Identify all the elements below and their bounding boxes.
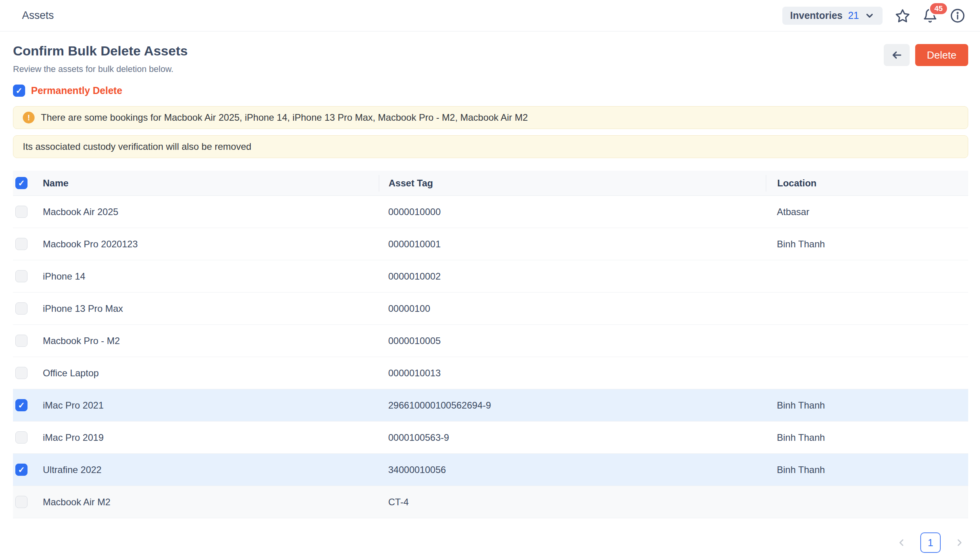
asset-location: Binh Thanh: [766, 464, 968, 475]
page-number-button[interactable]: 1: [920, 532, 941, 553]
check-icon: ✓: [18, 401, 25, 409]
row-checkbox[interactable]: ✓: [15, 399, 28, 411]
asset-tag: 0000010002: [379, 271, 766, 282]
table-row[interactable]: ✓ Macbook Air 2025 0000010000 Atbasar: [13, 196, 968, 228]
asset-name: Macbook Pro 2020123: [42, 239, 379, 250]
table-row[interactable]: ✓ Macbook Pro - M2 0000010005: [13, 325, 968, 357]
page-subtitle: Review the assets for bulk deletion belo…: [13, 64, 188, 74]
inventories-count: 21: [848, 10, 859, 21]
row-checkbox[interactable]: ✓: [15, 464, 28, 476]
arrow-left-icon: [891, 49, 903, 61]
asset-tag: 0000010005: [379, 335, 766, 346]
page-title: Assets: [22, 9, 54, 22]
inventories-dropdown[interactable]: Inventories 21: [782, 7, 883, 25]
table-row[interactable]: ✓ iPhone 13 Pro Max 00000100: [13, 293, 968, 325]
permanently-delete-label: Permanently Delete: [31, 85, 122, 96]
next-page-icon[interactable]: [954, 537, 965, 548]
select-all-checkbox[interactable]: ✓: [15, 177, 28, 189]
row-checkbox[interactable]: ✓: [15, 367, 28, 379]
select-all-cell: ✓: [13, 177, 42, 189]
topbar: Assets Inventories 21 45: [0, 0, 980, 31]
asset-tag: 00000100: [379, 303, 766, 314]
column-header-location: Location: [766, 175, 968, 191]
info-icon[interactable]: [950, 8, 965, 23]
asset-name: Macbook Pro - M2: [42, 335, 379, 346]
back-button[interactable]: [884, 44, 910, 66]
row-checkbox[interactable]: ✓: [15, 431, 28, 444]
permanently-delete-checkbox[interactable]: ✓: [13, 85, 25, 97]
asset-name: Macbook Air 2025: [42, 206, 379, 217]
confirm-bulk-delete-title: Confirm Bulk Delete Assets: [13, 43, 188, 59]
row-checkbox[interactable]: ✓: [15, 335, 28, 347]
asset-name: Office Laptop: [42, 368, 379, 379]
notifications-badge: 45: [929, 2, 948, 15]
row-checkbox[interactable]: ✓: [15, 302, 28, 315]
table-row[interactable]: ✓ Ultrafine 2022 34000010056 Binh Thanh: [13, 454, 968, 486]
assets-table: ✓ Name Asset Tag Location ✓ Macbook Air …: [13, 171, 968, 518]
bell-icon[interactable]: 45: [923, 8, 938, 23]
head-actions: Delete: [884, 44, 968, 66]
bookings-warning-text: There are some bookings for Macbook Air …: [41, 112, 528, 123]
custody-warning-banner: Its associated custody verification will…: [13, 135, 968, 158]
bookings-warning-banner: ! There are some bookings for Macbook Ai…: [13, 106, 968, 129]
asset-location: Binh Thanh: [766, 432, 968, 443]
row-checkbox[interactable]: ✓: [15, 238, 28, 250]
asset-name: iMac Pro 2021: [42, 400, 379, 411]
asset-name: Ultrafine 2022: [42, 464, 379, 475]
asset-name: iPhone 14: [42, 271, 379, 282]
table-row[interactable]: ✓ iMac Pro 2019 0000100563-9 Binh Thanh: [13, 422, 968, 454]
asset-name: iPhone 13 Pro Max: [42, 303, 379, 314]
custody-warning-text: Its associated custody verification will…: [23, 141, 251, 152]
check-icon: ✓: [16, 87, 23, 95]
row-checkbox[interactable]: ✓: [15, 206, 28, 218]
row-checkbox[interactable]: ✓: [15, 496, 28, 508]
warning-icon: !: [23, 112, 35, 123]
pagination: 1: [13, 532, 968, 553]
asset-tag: 296610000100562694-9: [379, 400, 766, 411]
asset-tag: 34000010056: [379, 464, 766, 475]
table-row[interactable]: ✓ iPhone 14 0000010002: [13, 260, 968, 293]
asset-location: Atbasar: [766, 206, 968, 217]
row-checkbox[interactable]: ✓: [15, 270, 28, 282]
table-row[interactable]: ✓ Office Laptop 0000010013: [13, 357, 968, 389]
asset-tag: 0000100563-9: [379, 432, 766, 443]
page-head-text: Confirm Bulk Delete Assets Review the as…: [13, 42, 188, 74]
page-head: Confirm Bulk Delete Assets Review the as…: [13, 42, 968, 74]
table-row[interactable]: ✓ Macbook Air M2 CT-4: [13, 486, 968, 518]
asset-name: Macbook Air M2: [42, 497, 379, 508]
asset-tag: 0000010000: [379, 206, 766, 217]
chevron-down-icon: [864, 11, 875, 21]
asset-tag: CT-4: [379, 497, 766, 508]
star-icon[interactable]: [895, 8, 910, 23]
asset-tag: 0000010001: [379, 239, 766, 250]
delete-button[interactable]: Delete: [915, 44, 968, 66]
check-icon: ✓: [18, 466, 25, 474]
table-row[interactable]: ✓ iMac Pro 2021 296610000100562694-9 Bin…: [13, 389, 968, 422]
asset-location: Binh Thanh: [766, 400, 968, 411]
check-icon: ✓: [18, 179, 25, 187]
column-header-name: Name: [42, 178, 379, 189]
permanently-delete-row: ✓ Permanently Delete: [13, 85, 968, 97]
asset-location: Binh Thanh: [766, 239, 968, 250]
asset-tag: 0000010013: [379, 368, 766, 379]
main-content: Confirm Bulk Delete Assets Review the as…: [0, 31, 980, 553]
table-row[interactable]: ✓ Macbook Pro 2020123 0000010001 Binh Th…: [13, 228, 968, 260]
asset-name: iMac Pro 2019: [42, 432, 379, 443]
inventories-dropdown-label: Inventories: [790, 10, 842, 21]
table-header-row: ✓ Name Asset Tag Location: [13, 171, 968, 196]
previous-page-icon[interactable]: [896, 537, 907, 548]
column-header-asset-tag: Asset Tag: [379, 175, 766, 191]
topbar-actions: Inventories 21 45: [782, 7, 965, 25]
